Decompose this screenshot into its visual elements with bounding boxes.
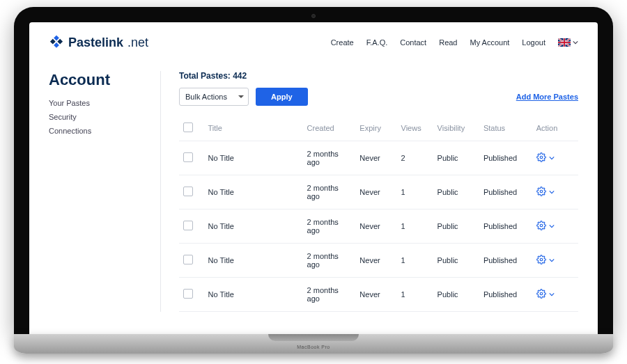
- row-checkbox[interactable]: [183, 289, 193, 299]
- header-title: Title: [204, 116, 303, 141]
- apply-button[interactable]: Apply: [256, 88, 308, 106]
- cell-visibility: Public: [433, 278, 479, 312]
- cell-status: Published: [479, 244, 532, 278]
- svg-rect-3: [54, 42, 59, 48]
- nav-my-account[interactable]: My Account: [470, 38, 509, 47]
- screen: Pastelink.net Create F.A.Q. Contact Read…: [29, 22, 598, 334]
- nav-read[interactable]: Read: [439, 38, 457, 47]
- svg-rect-8: [558, 42, 571, 43]
- row-action-menu[interactable]: [536, 289, 574, 300]
- cell-visibility: Public: [433, 209, 479, 244]
- cell-expiry: Never: [355, 141, 396, 175]
- brand-tld: .net: [127, 35, 148, 50]
- table-header-row: Title Created Expiry Views Visibility St…: [179, 116, 578, 141]
- table-row: No Title2 months agoNever1PublicPublishe…: [179, 278, 578, 312]
- header-checkbox: [179, 116, 204, 141]
- table-row: No Title2 months agoNever2PublicPublishe…: [179, 141, 578, 175]
- nav-faq[interactable]: F.A.Q.: [366, 38, 388, 47]
- svg-point-9: [540, 156, 543, 159]
- row-checkbox[interactable]: [183, 152, 193, 162]
- nav-contact[interactable]: Contact: [400, 38, 426, 47]
- summary-row: Total Pastes: 442: [179, 71, 578, 81]
- cell-status: Published: [479, 278, 532, 312]
- bulk-actions-label: Bulk Actions: [185, 93, 227, 101]
- table-row: No Title2 months agoNever1PublicPublishe…: [179, 175, 578, 209]
- cell-views: 1: [397, 209, 433, 244]
- nav-create[interactable]: Create: [331, 38, 354, 47]
- cell-title[interactable]: No Title: [204, 141, 303, 175]
- svg-rect-0: [54, 35, 59, 41]
- cell-title[interactable]: No Title: [204, 244, 303, 278]
- cell-title[interactable]: No Title: [204, 209, 303, 244]
- header-status: Status: [479, 116, 532, 141]
- cell-visibility: Public: [433, 244, 479, 278]
- cell-expiry: Never: [355, 244, 396, 278]
- svg-point-12: [540, 258, 543, 261]
- row-action-menu[interactable]: [536, 152, 574, 164]
- total-pastes: Total Pastes: 442: [179, 71, 247, 81]
- cell-status: Published: [479, 141, 532, 175]
- brand-logo[interactable]: Pastelink.net: [49, 35, 148, 50]
- nav-logout[interactable]: Logout: [522, 38, 545, 47]
- sidebar-item-connections[interactable]: Connections: [49, 127, 139, 135]
- header-expiry: Expiry: [355, 116, 396, 141]
- main-nav: Create F.A.Q. Contact Read My Account Lo…: [331, 38, 578, 47]
- cell-expiry: Never: [355, 278, 396, 312]
- table-row: No Title2 months agoNever1PublicPublishe…: [179, 244, 578, 278]
- header-views: Views: [397, 116, 433, 141]
- total-pastes-value: 442: [233, 71, 247, 81]
- cell-status: Published: [479, 175, 532, 209]
- cell-expiry: Never: [355, 175, 396, 209]
- pastes-table: Title Created Expiry Views Visibility St…: [179, 116, 578, 312]
- top-bar: Pastelink.net Create F.A.Q. Contact Read…: [49, 32, 578, 58]
- gear-icon: [536, 221, 546, 232]
- cell-visibility: Public: [433, 175, 479, 209]
- content-body: Account Your Pastes Security Connections…: [49, 71, 578, 312]
- chevron-down-icon: [549, 154, 555, 162]
- laptop-bezel: Pastelink.net Create F.A.Q. Contact Read…: [14, 7, 613, 334]
- row-action-menu[interactable]: [536, 221, 574, 232]
- svg-point-10: [540, 190, 543, 193]
- page-title: Account: [49, 71, 139, 89]
- laptop-frame: Pastelink.net Create F.A.Q. Contact Read…: [14, 7, 613, 354]
- cell-title[interactable]: No Title: [204, 175, 303, 209]
- row-checkbox[interactable]: [183, 255, 193, 264]
- cell-views: 1: [397, 244, 433, 278]
- cell-created: 2 months ago: [303, 244, 356, 278]
- header-created: Created: [303, 116, 356, 141]
- page: Pastelink.net Create F.A.Q. Contact Read…: [29, 22, 598, 312]
- chevron-down-icon: [549, 222, 555, 230]
- language-selector[interactable]: [558, 38, 578, 47]
- cell-created: 2 months ago: [303, 141, 356, 175]
- add-more-pastes-link[interactable]: Add More Pastes: [516, 93, 578, 101]
- total-pastes-label: Total Pastes:: [179, 71, 231, 81]
- cell-title[interactable]: No Title: [204, 278, 303, 312]
- chevron-down-icon: [549, 290, 555, 299]
- select-all-checkbox[interactable]: [183, 122, 193, 132]
- row-action-menu[interactable]: [536, 255, 574, 266]
- bulk-actions-select[interactable]: Bulk Actions: [179, 88, 249, 106]
- chevron-down-icon: [573, 40, 578, 45]
- chevron-down-icon: [549, 188, 555, 196]
- main-panel: Total Pastes: 442 Bulk Actions Apply Add…: [160, 71, 578, 312]
- laptop-notch: [268, 334, 359, 341]
- cell-status: Published: [479, 209, 532, 244]
- gear-icon: [536, 152, 546, 164]
- table-row: No Title2 months agoNever1PublicPublishe…: [179, 209, 578, 244]
- svg-point-13: [540, 292, 543, 295]
- camera-icon: [311, 14, 316, 18]
- sidebar: Account Your Pastes Security Connections: [49, 71, 139, 312]
- sidebar-item-security[interactable]: Security: [49, 113, 139, 121]
- header-visibility: Visibility: [433, 116, 479, 141]
- brand-name: Pastelink: [68, 35, 123, 50]
- device-model: MacBook Pro: [297, 345, 330, 349]
- header-action: Action: [532, 116, 578, 141]
- row-checkbox[interactable]: [183, 221, 193, 230]
- chevron-down-icon: [549, 256, 555, 264]
- cell-views: 1: [397, 278, 433, 312]
- row-action-menu[interactable]: [536, 187, 574, 198]
- sidebar-item-your-pastes[interactable]: Your Pastes: [49, 99, 139, 107]
- toolbar: Bulk Actions Apply Add More Pastes: [179, 88, 578, 106]
- row-checkbox[interactable]: [183, 187, 193, 196]
- cell-views: 2: [397, 141, 433, 175]
